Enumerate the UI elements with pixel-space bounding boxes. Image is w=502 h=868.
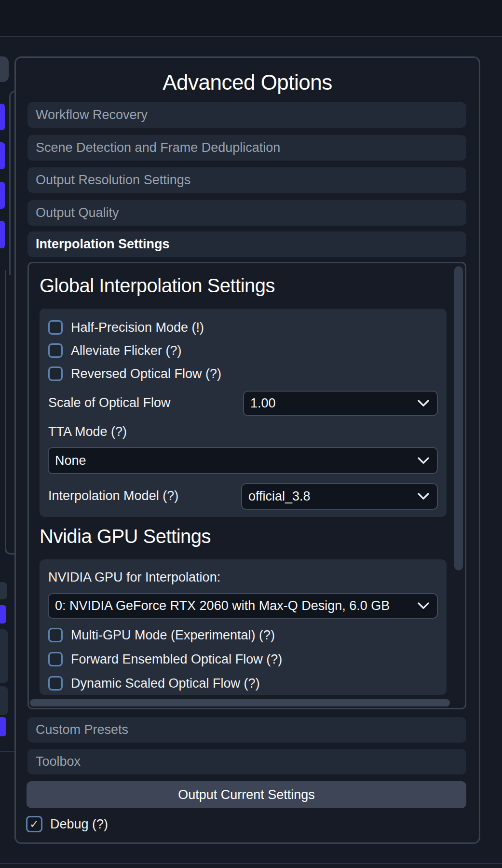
global-interpolation-heading: Global Interpolation Settings bbox=[40, 275, 275, 297]
horizontal-scrollbar-thumb[interactable] bbox=[30, 699, 450, 706]
dynamic-scaled-label: Dynamic Scaled Optical Flow (?) bbox=[71, 676, 260, 691]
chevron-down-icon bbox=[418, 493, 429, 500]
check-icon: ✓ bbox=[29, 818, 39, 830]
advanced-options-screen: { "header": { "title": "Advanced Options… bbox=[0, 0, 502, 868]
gpu-select-value: 0: NVIDIA GeForce RTX 2060 with Max-Q De… bbox=[55, 598, 390, 613]
background-divider bbox=[0, 751, 14, 752]
half-precision-checkbox[interactable] bbox=[48, 320, 63, 335]
interpolation-model-dropdown[interactable]: official_3.8 bbox=[241, 483, 438, 510]
background-window-bottom-border bbox=[0, 863, 502, 864]
background-button-fragment bbox=[0, 629, 8, 683]
accordion-item-custom-presets[interactable]: Custom Presets bbox=[27, 717, 466, 743]
background-button-fragment bbox=[0, 56, 9, 82]
accordion-item-label: Scene Detection and Frame Deduplication bbox=[36, 140, 280, 155]
background-button-fragment bbox=[0, 686, 8, 715]
gpu-for-interpolation-label: NVIDIA GPU for Interpolation: bbox=[48, 570, 220, 585]
accordion-item-label: Toolbox bbox=[36, 754, 81, 769]
chevron-down-icon bbox=[418, 457, 429, 464]
output-current-settings-label: Output Current Settings bbox=[178, 787, 315, 802]
accordion-item-toolbox[interactable]: Toolbox bbox=[27, 749, 466, 774]
debug-label: Debug (?) bbox=[50, 817, 108, 832]
background-window-header bbox=[0, 0, 502, 37]
dynamic-scaled-checkbox[interactable] bbox=[48, 676, 63, 691]
forward-ensembled-checkbox[interactable] bbox=[48, 652, 63, 666]
background-button-fragment bbox=[0, 582, 7, 599]
half-precision-label: Half-Precision Mode (!) bbox=[71, 320, 204, 335]
accordion-item-label: Output Resolution Settings bbox=[36, 173, 190, 188]
multi-gpu-checkbox[interactable] bbox=[48, 628, 63, 642]
global-interpolation-groupbox: Half-Precision Mode (!) Alleviate Flicke… bbox=[40, 309, 447, 517]
alleviate-flicker-checkbox[interactable] bbox=[48, 343, 63, 358]
forward-ensembled-label: Forward Ensembled Optical Flow (?) bbox=[71, 652, 282, 667]
background-accent-bar bbox=[0, 182, 5, 209]
reversed-optical-flow-row: Reversed Optical Flow (?) bbox=[48, 366, 221, 382]
dynamic-scaled-row: Dynamic Scaled Optical Flow (?) bbox=[48, 675, 260, 692]
background-accent-bar bbox=[0, 221, 5, 248]
chevron-down-icon bbox=[418, 400, 429, 407]
nvidia-gpu-heading: Nvidia GPU Settings bbox=[40, 526, 211, 547]
accordion-item-scene-detection[interactable]: Scene Detection and Frame Deduplication bbox=[27, 135, 466, 161]
background-accent-bar bbox=[0, 605, 6, 624]
advanced-options-panel: Advanced Options Workflow Recovery Scene… bbox=[14, 56, 480, 844]
debug-checkbox[interactable]: ✓ bbox=[26, 816, 42, 832]
background-accent-bar bbox=[0, 142, 5, 169]
alleviate-flicker-label: Alleviate Flicker (?) bbox=[71, 343, 182, 358]
accordion-item-output-quality[interactable]: Output Quality bbox=[27, 200, 466, 226]
accordion-item-label: Custom Presets bbox=[36, 722, 128, 737]
page-title: Advanced Options bbox=[16, 70, 479, 95]
accordion-item-label: Workflow Recovery bbox=[36, 108, 148, 122]
half-precision-row: Half-Precision Mode (!) bbox=[48, 319, 204, 336]
interpolation-model-label: Interpolation Model (?) bbox=[48, 488, 178, 503]
accordion-item-output-resolution[interactable]: Output Resolution Settings bbox=[27, 167, 466, 193]
nvidia-gpu-groupbox: NVIDIA GPU for Interpolation: 0: NVIDIA … bbox=[40, 559, 447, 695]
output-current-settings-button[interactable]: Output Current Settings bbox=[27, 781, 466, 808]
alleviate-flicker-row: Alleviate Flicker (?) bbox=[48, 342, 182, 359]
accordion-item-workflow-recovery[interactable]: Workflow Recovery bbox=[27, 102, 466, 128]
debug-row: ✓ Debug (?) bbox=[26, 816, 108, 832]
scale-optical-flow-dropdown[interactable]: 1.00 bbox=[243, 391, 438, 416]
reversed-optical-flow-label: Reversed Optical Flow (?) bbox=[71, 366, 221, 381]
background-accent-bar bbox=[0, 104, 5, 130]
chevron-down-icon bbox=[418, 602, 429, 610]
forward-ensembled-row: Forward Ensembled Optical Flow (?) bbox=[48, 651, 282, 667]
background-accent-bar bbox=[0, 717, 6, 736]
scale-optical-flow-label: Scale of Optical Flow bbox=[48, 395, 171, 410]
tta-mode-label: TTA Mode (?) bbox=[48, 424, 127, 439]
multi-gpu-label: Multi-GPU Mode (Experimental) (?) bbox=[71, 628, 275, 643]
accordion-item-interpolation-settings[interactable]: Interpolation Settings bbox=[27, 231, 466, 257]
reversed-optical-flow-checkbox[interactable] bbox=[48, 366, 63, 381]
accordion-item-label: Interpolation Settings bbox=[36, 237, 170, 252]
tta-mode-value: None bbox=[55, 453, 86, 468]
interpolation-model-value: official_3.8 bbox=[248, 489, 311, 504]
gpu-select-dropdown[interactable]: 0: NVIDIA GeForce RTX 2060 with Max-Q De… bbox=[48, 593, 438, 619]
accordion-item-label: Output Quality bbox=[36, 205, 119, 220]
vertical-scrollbar-thumb[interactable] bbox=[454, 266, 463, 570]
interpolation-settings-panel: Global Interpolation Settings Half-Preci… bbox=[27, 262, 466, 709]
scale-optical-flow-value: 1.00 bbox=[250, 396, 276, 411]
tta-mode-dropdown[interactable]: None bbox=[48, 447, 438, 474]
multi-gpu-row: Multi-GPU Mode (Experimental) (?) bbox=[48, 627, 275, 643]
